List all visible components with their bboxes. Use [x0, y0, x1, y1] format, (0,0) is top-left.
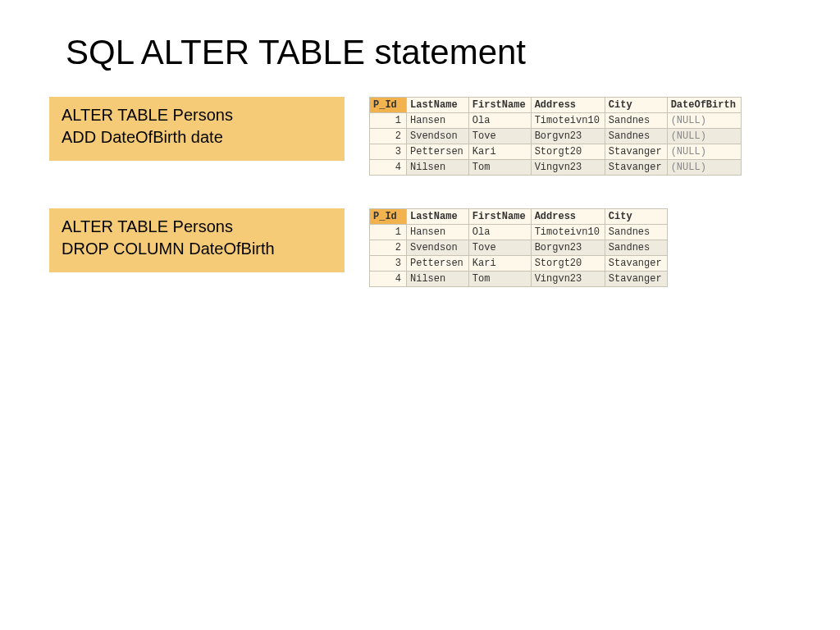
cell: Sandnes: [605, 225, 667, 240]
sql-code-box-2: ALTER TABLE Persons DROP COLUMN DateOfBi…: [49, 208, 345, 272]
col-header: FirstName: [468, 98, 531, 113]
example-1: ALTER TABLE Persons ADD DateOfBirth date…: [49, 97, 791, 176]
col-header: City: [605, 209, 667, 225]
table-row: 3 Pettersen Kari Storgt20 Stavanger (NUL…: [370, 144, 742, 160]
cell: 4: [370, 160, 407, 176]
table-row: 3 Pettersen Kari Storgt20 Stavanger: [370, 256, 668, 272]
cell: Timoteivn10: [531, 225, 605, 240]
table-row: 1 Hansen Ola Timoteivn10 Sandnes (NULL): [370, 113, 742, 129]
sql-line: DROP COLUMN DateOfBirth: [62, 238, 332, 260]
cell: Stavanger: [605, 272, 667, 287]
cell: Stavanger: [605, 160, 667, 176]
cell: Ola: [468, 113, 531, 129]
table-row: 2 Svendson Tove Borgvn23 Sandnes (NULL): [370, 129, 742, 144]
cell: Vingvn23: [531, 272, 605, 287]
col-header: LastName: [407, 98, 469, 113]
table-row: 2 Svendson Tove Borgvn23 Sandnes: [370, 240, 668, 256]
cell: Nilsen: [407, 160, 469, 176]
col-header: Address: [531, 98, 605, 113]
table-row: 1 Hansen Ola Timoteivn10 Sandnes: [370, 225, 668, 240]
cell: Storgt20: [531, 144, 605, 160]
cell: 1: [370, 225, 407, 240]
cell: Tove: [468, 129, 531, 144]
col-header: City: [605, 98, 667, 113]
cell: Tove: [468, 240, 531, 256]
cell: 3: [370, 256, 407, 272]
slide-title: SQL ALTER TABLE statement: [66, 33, 791, 72]
cell: Tom: [468, 272, 531, 287]
sql-line: ADD DateOfBirth date: [62, 126, 332, 148]
cell: Stavanger: [605, 144, 667, 160]
col-header: P_Id: [370, 98, 407, 113]
cell: Storgt20: [531, 256, 605, 272]
col-header: LastName: [407, 209, 469, 225]
cell: Ola: [468, 225, 531, 240]
col-header: FirstName: [468, 209, 531, 225]
col-header: DateOfBirth: [667, 98, 741, 113]
cell: Borgvn23: [531, 240, 605, 256]
cell: Svendson: [407, 129, 469, 144]
cell: Borgvn23: [531, 129, 605, 144]
cell: Sandnes: [605, 129, 667, 144]
cell: 1: [370, 113, 407, 129]
cell: 3: [370, 144, 407, 160]
cell: Timoteivn10: [531, 113, 605, 129]
result-table-2: P_Id LastName FirstName Address City 1 H…: [369, 208, 668, 287]
cell: (NULL): [667, 129, 741, 144]
cell: Sandnes: [605, 240, 667, 256]
cell: (NULL): [667, 160, 741, 176]
col-header: P_Id: [370, 209, 407, 225]
example-2: ALTER TABLE Persons DROP COLUMN DateOfBi…: [49, 208, 791, 287]
cell: Hansen: [407, 225, 469, 240]
cell: 4: [370, 272, 407, 287]
cell: Hansen: [407, 113, 469, 129]
cell: Pettersen: [407, 256, 469, 272]
cell: 2: [370, 129, 407, 144]
table-row: 4 Nilsen Tom Vingvn23 Stavanger (NULL): [370, 160, 742, 176]
cell: Pettersen: [407, 144, 469, 160]
cell: Kari: [468, 256, 531, 272]
sql-line: ALTER TABLE Persons: [62, 104, 332, 126]
cell: Nilsen: [407, 272, 469, 287]
cell: Sandnes: [605, 113, 667, 129]
cell: (NULL): [667, 144, 741, 160]
col-header: Address: [531, 209, 605, 225]
cell: Stavanger: [605, 256, 667, 272]
cell: Svendson: [407, 240, 469, 256]
cell: Tom: [468, 160, 531, 176]
table-row: 4 Nilsen Tom Vingvn23 Stavanger: [370, 272, 668, 287]
cell: (NULL): [667, 113, 741, 129]
cell: Vingvn23: [531, 160, 605, 176]
sql-code-box-1: ALTER TABLE Persons ADD DateOfBirth date: [49, 97, 345, 161]
cell: 2: [370, 240, 407, 256]
result-table-1: P_Id LastName FirstName Address City Dat…: [369, 97, 742, 176]
sql-line: ALTER TABLE Persons: [62, 216, 332, 238]
cell: Kari: [468, 144, 531, 160]
